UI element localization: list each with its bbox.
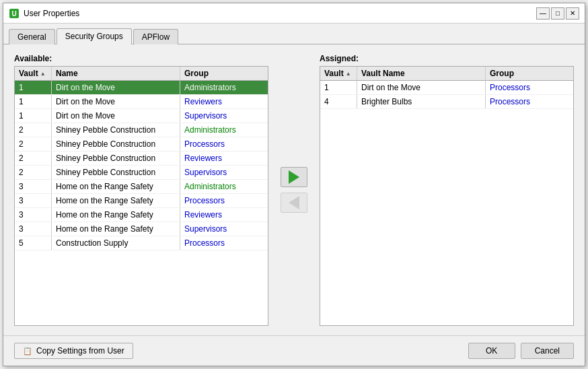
available-table-header: Vault ▲ Name Group bbox=[15, 67, 268, 81]
available-row[interactable]: 2 Shiney Pebble Construction Processors bbox=[15, 137, 268, 152]
name-cell: Dirt on the Move bbox=[52, 109, 180, 123]
close-button[interactable]: ✕ bbox=[566, 7, 579, 20]
panels-row: Available: Vault ▲ Name Group bbox=[14, 54, 574, 326]
assign-button[interactable] bbox=[281, 167, 307, 187]
assigned-vault-col-header[interactable]: Vault ▲ bbox=[320, 67, 357, 80]
vault-cell: 1 bbox=[15, 109, 52, 123]
available-row[interactable]: 3 Home on the Range Safety Reviewers bbox=[15, 208, 268, 222]
group-cell: Reviewers bbox=[180, 152, 268, 165]
vault-sort-icon: ▲ bbox=[40, 71, 46, 77]
group-cell: Supervisors bbox=[180, 222, 268, 236]
vaultname-cell: Brighter Bulbs bbox=[357, 95, 486, 108]
main-window: U User Properties — □ ✕ General Security… bbox=[3, 3, 585, 366]
vault-cell: 1 bbox=[15, 81, 52, 94]
name-col-header[interactable]: Name bbox=[52, 67, 180, 80]
content-area: Available: Vault ▲ Name Group bbox=[3, 44, 585, 335]
available-row[interactable]: 1 Dirt on the Move Administrators bbox=[15, 81, 268, 95]
vault-cell: 3 bbox=[15, 222, 52, 236]
available-label: Available: bbox=[14, 54, 268, 63]
vault-cell: 1 bbox=[320, 81, 357, 94]
available-row[interactable]: 3 Home on the Range Safety Supervisors bbox=[15, 222, 268, 236]
group-cell: Processors bbox=[486, 95, 573, 108]
vaultname-cell: Dirt on the Move bbox=[357, 81, 486, 94]
unassign-button[interactable] bbox=[281, 193, 307, 213]
available-table-body: 1 Dirt on the Move Administrators 1 Dirt… bbox=[15, 81, 268, 325]
vault-cell: 2 bbox=[15, 152, 52, 165]
available-row[interactable]: 3 Home on the Range Safety Administrator… bbox=[15, 180, 268, 194]
available-panel: Available: Vault ▲ Name Group bbox=[14, 54, 268, 326]
name-cell: Home on the Range Safety bbox=[52, 180, 180, 193]
assigned-table: Vault ▲ Vault Name Group 1 Dirt on the M… bbox=[320, 66, 574, 326]
group-cell: Supervisors bbox=[180, 166, 268, 179]
maximize-button[interactable]: □ bbox=[551, 7, 564, 20]
name-cell: Home on the Range Safety bbox=[52, 208, 180, 222]
group-cell: Processors bbox=[180, 194, 268, 207]
footer: 📋 Copy Settings from User OK Cancel bbox=[3, 335, 585, 366]
assigned-vname-col-header[interactable]: Vault Name bbox=[357, 67, 486, 80]
group-cell: Processors bbox=[486, 81, 573, 94]
title-bar: U User Properties — □ ✕ bbox=[3, 3, 585, 24]
window-title: User Properties bbox=[24, 9, 536, 18]
available-table: Vault ▲ Name Group 1 Dirt on the Move Ad… bbox=[14, 66, 268, 326]
available-row[interactable]: 3 Home on the Range Safety Processors bbox=[15, 194, 268, 208]
vault-cell: 3 bbox=[15, 208, 52, 222]
group-cell: Administrators bbox=[180, 81, 268, 94]
cancel-button[interactable]: Cancel bbox=[521, 343, 574, 359]
copy-settings-button[interactable]: 📋 Copy Settings from User bbox=[14, 343, 133, 359]
name-cell: Shiney Pebble Construction bbox=[52, 152, 180, 165]
vault-col-header[interactable]: Vault ▲ bbox=[15, 67, 52, 80]
available-row[interactable]: 1 Dirt on the Move Reviewers bbox=[15, 95, 268, 109]
tabs-bar: General Security Groups APFlow bbox=[3, 24, 585, 44]
vault-cell: 3 bbox=[15, 180, 52, 193]
name-cell: Home on the Range Safety bbox=[52, 194, 180, 207]
assigned-table-header: Vault ▲ Vault Name Group bbox=[320, 67, 573, 81]
group-cell: Processors bbox=[180, 137, 268, 151]
group-cell: Administrators bbox=[180, 123, 268, 137]
group-cell: Processors bbox=[180, 236, 268, 250]
assigned-panel: Assigned: Vault ▲ Vault Name Group bbox=[320, 54, 574, 326]
tab-general[interactable]: General bbox=[9, 29, 55, 44]
name-cell: Shiney Pebble Construction bbox=[52, 166, 180, 179]
svg-text:U: U bbox=[11, 10, 16, 18]
arrow-left-icon bbox=[289, 196, 299, 209]
arrow-right-icon bbox=[289, 170, 299, 184]
available-row[interactable]: 5 Construction Supply Processors bbox=[15, 236, 268, 250]
vault-cell: 2 bbox=[15, 166, 52, 179]
copy-icon: 📋 bbox=[23, 347, 32, 356]
window-controls: — □ ✕ bbox=[536, 7, 579, 20]
assigned-group-col-header[interactable]: Group bbox=[486, 67, 573, 80]
footer-right: OK Cancel bbox=[468, 343, 574, 359]
tab-apflow[interactable]: APFlow bbox=[133, 29, 178, 44]
group-cell: Administrators bbox=[180, 180, 268, 193]
name-cell: Dirt on the Move bbox=[52, 95, 180, 108]
vault-cell: 5 bbox=[15, 236, 52, 250]
vault-cell: 4 bbox=[320, 95, 357, 108]
arrows-column bbox=[274, 54, 314, 326]
group-cell: Reviewers bbox=[180, 208, 268, 222]
available-row[interactable]: 2 Shiney Pebble Construction Administrat… bbox=[15, 123, 268, 137]
app-icon: U bbox=[9, 8, 20, 19]
name-cell: Construction Supply bbox=[52, 236, 180, 250]
vault-cell: 1 bbox=[15, 95, 52, 108]
ok-button[interactable]: OK bbox=[468, 343, 515, 359]
assigned-label: Assigned: bbox=[320, 54, 574, 63]
minimize-button[interactable]: — bbox=[536, 7, 550, 20]
vault-cell: 3 bbox=[15, 194, 52, 207]
vault-cell: 2 bbox=[15, 123, 52, 137]
group-cell: Supervisors bbox=[180, 109, 268, 123]
name-cell: Shiney Pebble Construction bbox=[52, 123, 180, 137]
available-row[interactable]: 1 Dirt on the Move Supervisors bbox=[15, 109, 268, 123]
name-cell: Shiney Pebble Construction bbox=[52, 137, 180, 151]
group-col-header[interactable]: Group bbox=[180, 67, 268, 80]
vault-cell: 2 bbox=[15, 137, 52, 151]
available-row[interactable]: 2 Shiney Pebble Construction Supervisors bbox=[15, 166, 268, 180]
name-cell: Home on the Range Safety bbox=[52, 222, 180, 236]
assigned-vault-sort-icon: ▲ bbox=[346, 71, 351, 77]
group-cell: Reviewers bbox=[180, 95, 268, 108]
assigned-row[interactable]: 1 Dirt on the Move Processors bbox=[320, 81, 573, 95]
available-row[interactable]: 2 Shiney Pebble Construction Reviewers bbox=[15, 152, 268, 166]
assigned-row[interactable]: 4 Brighter Bulbs Processors bbox=[320, 95, 573, 109]
name-cell: Dirt on the Move bbox=[52, 81, 180, 94]
tab-security-groups[interactable]: Security Groups bbox=[57, 28, 132, 44]
assigned-table-body: 1 Dirt on the Move Processors 4 Brighter… bbox=[320, 81, 573, 325]
